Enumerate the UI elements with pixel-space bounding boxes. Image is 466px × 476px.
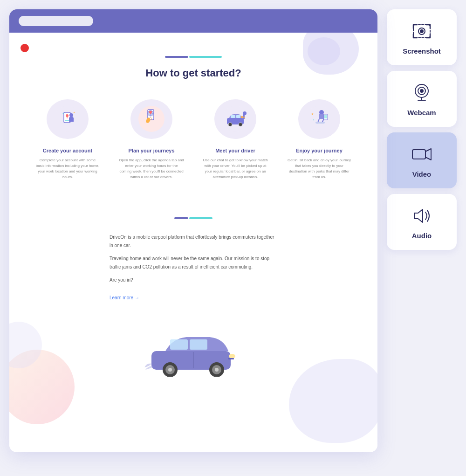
record-indicator	[21, 44, 29, 52]
screenshot-button[interactable]: Screenshot	[387, 9, 457, 65]
svg-text:★: ★	[311, 112, 314, 116]
main-layout: How to get started?	[9, 9, 457, 452]
svg-rect-35	[228, 358, 234, 359]
about-paragraph-3: Are you in?	[110, 276, 277, 284]
browser-topbar	[9, 9, 377, 33]
svg-rect-26	[170, 339, 188, 350]
browser-window: How to get started?	[9, 9, 377, 452]
screenshot-icon	[411, 20, 433, 42]
svg-point-34	[229, 354, 235, 359]
about-divider	[28, 217, 359, 219]
svg-point-17	[241, 116, 243, 118]
about-paragraph-1: DriveOn is a mobile carpool platform tha…	[110, 233, 277, 250]
about-text: DriveOn is a mobile carpool platform tha…	[110, 233, 277, 302]
browser-content: How to get started?	[9, 33, 377, 452]
about-divider-cyan	[189, 217, 212, 219]
step-1-desc: Complete your account with some basic in…	[35, 158, 100, 180]
how-to-section: How to get started?	[9, 33, 377, 208]
learn-more-link[interactable]: Learn more →	[110, 294, 139, 302]
step-meet-driver: Meet your driver Use our chat to get to …	[203, 98, 268, 180]
svg-rect-14	[231, 115, 235, 118]
step-illustration-2	[128, 98, 175, 140]
step-4-title: Enjoy your journey	[287, 147, 352, 154]
svg-point-42	[420, 90, 423, 92]
step-create-account: ✦ ✦ Create your account Complete your ac…	[35, 98, 100, 180]
step-3-title: Meet your driver	[203, 147, 268, 154]
step-plan-journeys: Plan your journeys Open the app, click t…	[119, 98, 184, 180]
divider-purple	[165, 56, 188, 58]
video-label: Video	[412, 170, 432, 178]
video-button[interactable]: Video	[387, 132, 457, 188]
svg-rect-15	[236, 115, 240, 118]
svg-point-13	[239, 123, 242, 126]
audio-label: Audio	[412, 232, 432, 240]
video-icon	[411, 143, 433, 166]
step-illustration-3	[212, 98, 259, 140]
step-2-desc: Open the app, click the agenda tab and e…	[119, 158, 184, 180]
about-divider-purple	[174, 217, 188, 219]
step-3-desc: Use our chat to get to know your match w…	[203, 158, 268, 180]
svg-rect-43	[412, 150, 425, 159]
about-section: DriveOn is a mobile carpool platform tha…	[9, 208, 377, 321]
section-divider	[28, 56, 359, 58]
svg-point-12	[228, 123, 232, 126]
about-paragraph-2: Traveling home and work will never be th…	[110, 255, 277, 271]
car-illustration-container	[9, 321, 377, 383]
svg-text:✦: ✦	[73, 111, 75, 114]
sidebar-buttons: Screenshot Webcam	[387, 9, 457, 452]
step-1-title: Create your account	[35, 147, 100, 154]
step-illustration-1: ✦ ✦	[44, 98, 91, 140]
svg-text:✦: ✦	[62, 112, 64, 115]
svg-point-16	[243, 111, 247, 115]
steps-grid: ✦ ✦ Create your account Complete your ac…	[28, 98, 359, 180]
car-svg	[142, 330, 245, 377]
step-illustration-4: ★ ✦	[296, 98, 343, 140]
webcam-button[interactable]: Webcam	[387, 71, 457, 127]
step-2-title: Plan your journeys	[119, 147, 184, 154]
webcam-icon	[411, 82, 433, 104]
svg-point-33	[215, 368, 219, 372]
svg-point-39	[420, 30, 423, 33]
browser-address-bar[interactable]	[19, 16, 93, 26]
svg-rect-27	[190, 339, 207, 350]
divider-cyan	[189, 56, 222, 58]
svg-point-30	[168, 368, 172, 372]
section-title: How to get started?	[28, 67, 359, 79]
svg-point-3	[69, 113, 73, 117]
step-enjoy-journey: ★ ✦ Enjoy your journey Get in, sit back …	[287, 98, 352, 180]
audio-button[interactable]: Audio	[387, 194, 457, 250]
webcam-label: Webcam	[407, 109, 436, 117]
screenshot-label: Screenshot	[403, 47, 441, 55]
step-4-desc: Get in, sit back and enjoy your journey …	[287, 158, 352, 180]
svg-rect-20	[315, 122, 325, 124]
audio-icon	[411, 205, 433, 227]
svg-rect-22	[324, 115, 327, 118]
svg-text:✦: ✦	[313, 118, 315, 121]
svg-point-4	[66, 114, 69, 117]
